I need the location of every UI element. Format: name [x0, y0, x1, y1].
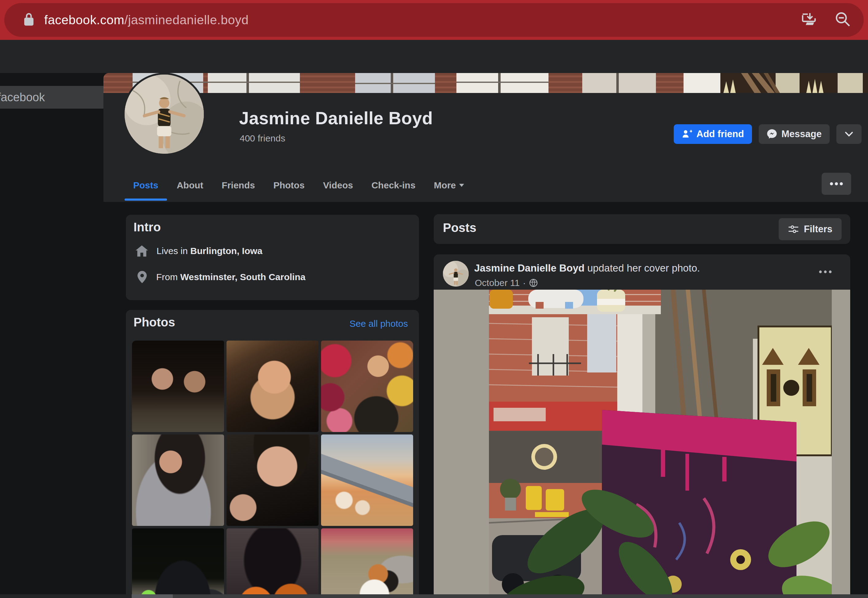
intro-from: From Westminster, South Carolina: [136, 270, 305, 284]
caret-down-icon: [459, 184, 464, 187]
location-pin-icon: [136, 270, 148, 284]
photo-thumbnail[interactable]: [321, 341, 413, 432]
post-image-content: [489, 290, 832, 598]
photo-thumbnail[interactable]: [132, 528, 224, 598]
tab-posts[interactable]: Posts: [124, 174, 168, 196]
from-location: Westminster, South Carolina: [180, 272, 305, 282]
tab-more[interactable]: More: [425, 174, 474, 196]
browser-address-bar: facebook.com/jasminedanielle.boyd: [0, 0, 868, 40]
message-label: Message: [781, 129, 822, 140]
tab-check-ins[interactable]: Check-ins: [362, 174, 425, 196]
url-bar[interactable]: facebook.com/jasminedanielle.boyd: [4, 3, 864, 37]
add-friend-label: Add friend: [696, 129, 744, 140]
friends-count-link[interactable]: 400 friends: [240, 133, 285, 144]
zoom-out-icon[interactable]: [834, 11, 852, 29]
message-button[interactable]: Message: [759, 124, 830, 144]
posts-title: Posts: [443, 221, 476, 235]
browser-window: facebook.com/jasminedanielle.boyd facebo…: [0, 0, 868, 598]
profile-picture[interactable]: [123, 73, 206, 155]
ssl-lock-icon[interactable]: [22, 11, 36, 28]
person-plus-icon: [682, 129, 692, 139]
add-friend-button[interactable]: Add friend: [674, 124, 752, 144]
photo-thumbnail[interactable]: [321, 528, 413, 598]
intro-lives-in: Lives in Burlington, Iowa: [135, 244, 262, 258]
facebook-top-nav: facebook: [0, 40, 868, 73]
facebook-search-input[interactable]: facebook: [0, 86, 117, 109]
messenger-icon: [767, 129, 777, 139]
tab-photos[interactable]: Photos: [264, 174, 314, 196]
intro-title: Intro: [133, 220, 161, 234]
search-value: facebook: [0, 91, 45, 104]
posts-header-card: Posts Filters: [434, 214, 850, 244]
profile-name: Jasmine Danielle Boyd: [239, 108, 433, 128]
globe-icon: [529, 278, 538, 287]
post-image[interactable]: [434, 290, 850, 598]
filters-icon: [788, 224, 799, 235]
photo-thumbnail[interactable]: [132, 435, 224, 526]
profile-more-options-button[interactable]: [822, 173, 851, 195]
post-options-button[interactable]: [815, 263, 836, 280]
photo-grid: [132, 341, 413, 598]
post-action-text: updated her cover photo.: [587, 262, 700, 274]
url-path: /jasminedanielle.boyd: [124, 13, 248, 27]
url-text: facebook.com/jasminedanielle.boyd: [44, 13, 248, 27]
lives-in-location: Burlington, Iowa: [190, 246, 262, 256]
profile-tabs: Posts About Friends Photos Videos Check-…: [124, 174, 474, 202]
cover-photo[interactable]: [103, 73, 868, 93]
more-actions-button[interactable]: [837, 124, 862, 144]
horizontal-scrollbar-thumb[interactable]: [132, 594, 173, 598]
tab-about[interactable]: About: [168, 174, 213, 196]
chevron-down-icon: [844, 129, 854, 139]
tab-videos[interactable]: Videos: [314, 174, 362, 196]
photo-thumbnail[interactable]: [226, 435, 319, 526]
photos-card: Photos See all photos: [126, 310, 419, 598]
photo-thumbnail[interactable]: [226, 528, 319, 598]
post-author-avatar[interactable]: [443, 261, 469, 287]
url-host: facebook.com: [44, 13, 124, 27]
post-byline: Jasmine Danielle Boydupdated her cover p…: [474, 262, 700, 274]
filters-label: Filters: [804, 224, 832, 235]
ellipsis-icon: [829, 182, 843, 186]
tab-friends[interactable]: Friends: [213, 174, 264, 196]
see-all-photos-link[interactable]: See all photos: [350, 318, 408, 329]
save-page-icon[interactable]: [801, 11, 818, 29]
photo-thumbnail[interactable]: [321, 435, 413, 526]
photo-thumbnail[interactable]: [226, 341, 319, 432]
photo-thumbnail[interactable]: [132, 341, 224, 432]
filters-button[interactable]: Filters: [779, 218, 842, 240]
photos-title: Photos: [133, 315, 175, 329]
horizontal-scrollbar[interactable]: [0, 594, 868, 598]
house-icon: [135, 244, 148, 258]
post-card: Jasmine Danielle Boydupdated her cover p…: [434, 254, 850, 598]
ellipsis-icon: [819, 270, 832, 274]
post-meta: October 11 ·: [475, 278, 538, 288]
post-author-name[interactable]: Jasmine Danielle Boyd: [474, 262, 584, 274]
post-date[interactable]: October 11: [475, 278, 519, 288]
profile-actions: Add friend Message: [674, 124, 862, 144]
